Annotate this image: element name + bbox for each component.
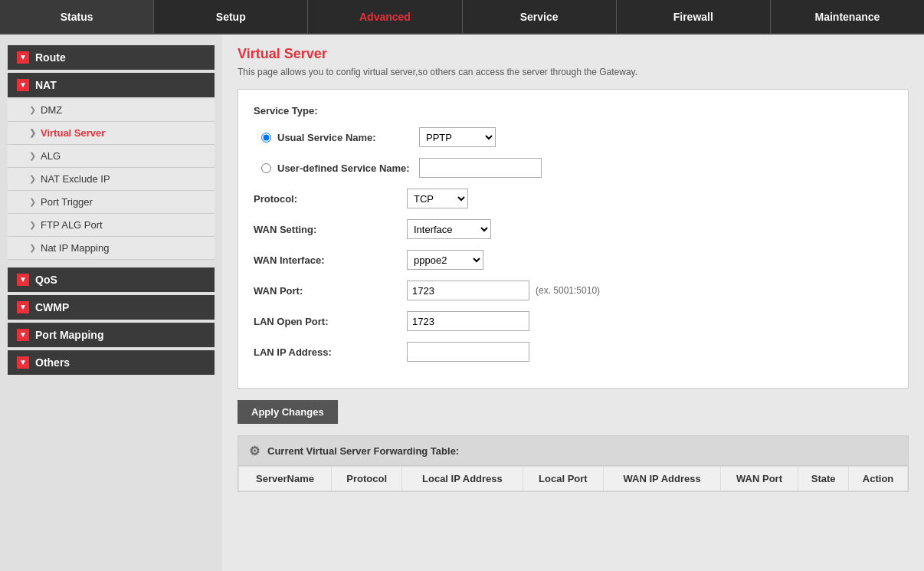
lan-open-port-row: LAN Open Port:: [254, 311, 893, 331]
usual-service-select[interactable]: PPTP FTP HTTP HTTPS SMTP POP3: [419, 127, 496, 147]
sidebar: ▼ Route ▼ NAT ❯ DMZ ❯ Virtual Server ❯ A…: [0, 34, 222, 571]
col-action: Action: [849, 467, 908, 491]
route-arrow-icon: ▼: [17, 51, 29, 64]
col-state: State: [798, 467, 849, 491]
nav-status[interactable]: Status: [0, 0, 154, 33]
main-layout: ▼ Route ▼ NAT ❯ DMZ ❯ Virtual Server ❯ A…: [0, 34, 924, 571]
wan-port-control: (ex. 5001:5010): [407, 281, 600, 300]
nat-arrow-icon: ▼: [17, 79, 29, 91]
ftp-alg-arrow-icon: ❯: [29, 220, 36, 230]
dmz-arrow-icon: ❯: [29, 105, 36, 115]
protocol-control: TCP UDP TCP/UDP: [407, 189, 468, 208]
forwarding-table: ServerName Protocol Local IP Address Loc…: [238, 466, 908, 491]
table-header-bar: ⚙ Current Virtual Server Forwarding Tabl…: [238, 436, 908, 466]
alg-arrow-icon: ❯: [29, 151, 36, 161]
virtual-server-arrow-icon: ❯: [29, 128, 36, 138]
sidebar-section-port-mapping[interactable]: ▼ Port Mapping: [8, 323, 215, 347]
wan-interface-select[interactable]: pppoe2 pppoe1 wan: [407, 250, 483, 270]
lan-open-port-input[interactable]: [407, 311, 529, 331]
sidebar-section-cwmp[interactable]: ▼ CWMP: [8, 295, 215, 320]
sidebar-section-route-label: Route: [35, 51, 66, 64]
wan-interface-label: WAN Interface:: [254, 254, 407, 266]
usual-service-row: Usual Service Name: PPTP FTP HTTP HTTPS …: [254, 127, 893, 147]
qos-arrow-icon: ▼: [17, 274, 29, 286]
user-defined-radio[interactable]: [261, 163, 271, 173]
col-protocol: Protocol: [332, 467, 402, 491]
service-type-label: Service Type:: [254, 105, 893, 116]
page-title: Virtual Server: [238, 46, 909, 62]
usual-service-name-label: Usual Service Name:: [277, 132, 419, 143]
wan-interface-row: WAN Interface: pppoe2 pppoe1 wan: [254, 250, 893, 270]
usual-service-radio[interactable]: [261, 133, 271, 143]
lan-ip-address-control: [407, 342, 529, 362]
sidebar-item-nat-exclude-ip[interactable]: ❯ NAT Exclude IP: [8, 168, 215, 191]
wan-setting-label: WAN Setting:: [254, 224, 407, 235]
nav-advanced[interactable]: Advanced: [308, 0, 462, 33]
col-local-port: Local Port: [523, 467, 604, 491]
sidebar-section-port-mapping-label: Port Mapping: [35, 329, 103, 341]
sidebar-section-qos[interactable]: ▼ QoS: [8, 267, 215, 292]
user-defined-row: User-defined Service Name:: [254, 158, 893, 178]
col-local-ip: Local IP Address: [402, 467, 523, 491]
sidebar-item-nat-ip-mapping[interactable]: ❯ Nat IP Mapping: [8, 237, 215, 260]
user-defined-input[interactable]: [419, 158, 542, 178]
user-defined-service-label: User-defined Service Name:: [277, 162, 419, 174]
content-area: Virtual Server This page allows you to c…: [222, 34, 924, 571]
sidebar-section-cwmp-label: CWMP: [35, 301, 69, 313]
wan-port-label: WAN Port:: [254, 285, 407, 297]
protocol-row: Protocol: TCP UDP TCP/UDP: [254, 189, 893, 208]
col-server-name: ServerName: [239, 467, 332, 491]
lan-ip-address-label: LAN IP Address:: [254, 346, 407, 358]
cwmp-arrow-icon: ▼: [17, 301, 29, 313]
wan-port-input[interactable]: [407, 281, 529, 300]
lan-open-port-label: LAN Open Port:: [254, 316, 407, 327]
col-wan-ip: WAN IP Address: [604, 467, 721, 491]
sidebar-item-alg[interactable]: ❯ ALG: [8, 145, 215, 168]
sidebar-section-others-label: Others: [35, 356, 70, 369]
port-trigger-arrow-icon: ❯: [29, 197, 36, 207]
sidebar-section-nat-label: NAT: [35, 79, 57, 91]
col-wan-port: WAN Port: [720, 467, 798, 491]
sidebar-item-port-trigger[interactable]: ❯ Port Trigger: [8, 191, 215, 214]
lan-ip-address-input[interactable]: [407, 342, 529, 362]
wan-port-hint: (ex. 5001:5010): [536, 285, 600, 296]
usual-service-control: PPTP FTP HTTP HTTPS SMTP POP3: [419, 127, 496, 147]
wan-setting-control: Interface IP Address: [407, 219, 491, 239]
nav-setup[interactable]: Setup: [154, 0, 308, 33]
sidebar-section-others[interactable]: ▼ Others: [8, 350, 215, 375]
sidebar-item-dmz[interactable]: ❯ DMZ: [8, 99, 215, 122]
gear-icon: ⚙: [247, 444, 261, 458]
lan-ip-address-row: LAN IP Address:: [254, 342, 893, 362]
protocol-label: Protocol:: [254, 193, 407, 205]
others-arrow-icon: ▼: [17, 356, 29, 369]
nat-ip-mapping-arrow-icon: ❯: [29, 243, 36, 253]
wan-interface-control: pppoe2 pppoe1 wan: [407, 250, 483, 270]
sidebar-item-virtual-server[interactable]: ❯ Virtual Server: [8, 122, 215, 145]
lan-open-port-control: [407, 311, 529, 331]
page-description: This page allows you to config virtual s…: [238, 67, 909, 77]
nav-maintenance[interactable]: Maintenance: [771, 0, 924, 33]
nav-service[interactable]: Service: [463, 0, 617, 33]
table-section-title: Current Virtual Server Forwarding Table:: [267, 445, 459, 457]
table-header-row: ServerName Protocol Local IP Address Loc…: [239, 467, 908, 491]
user-defined-control: [419, 158, 542, 178]
nav-firewall[interactable]: Firewall: [617, 0, 771, 33]
sidebar-section-nat[interactable]: ▼ NAT: [8, 73, 215, 97]
protocol-select[interactable]: TCP UDP TCP/UDP: [407, 189, 468, 208]
virtual-server-form-panel: Service Type: Usual Service Name: PPTP F…: [238, 89, 909, 389]
top-navigation: Status Setup Advanced Service Firewall M…: [0, 0, 924, 34]
apply-changes-button[interactable]: Apply Changes: [238, 400, 338, 424]
nat-exclude-arrow-icon: ❯: [29, 174, 36, 184]
port-mapping-arrow-icon: ▼: [17, 329, 29, 341]
wan-port-row: WAN Port: (ex. 5001:5010): [254, 281, 893, 300]
wan-setting-row: WAN Setting: Interface IP Address: [254, 219, 893, 239]
sidebar-section-route[interactable]: ▼ Route: [8, 45, 215, 70]
wan-setting-select[interactable]: Interface IP Address: [407, 219, 491, 239]
forwarding-table-section: ⚙ Current Virtual Server Forwarding Tabl…: [238, 435, 909, 492]
sidebar-section-qos-label: QoS: [35, 274, 57, 286]
sidebar-item-ftp-alg-port[interactable]: ❯ FTP ALG Port: [8, 214, 215, 237]
